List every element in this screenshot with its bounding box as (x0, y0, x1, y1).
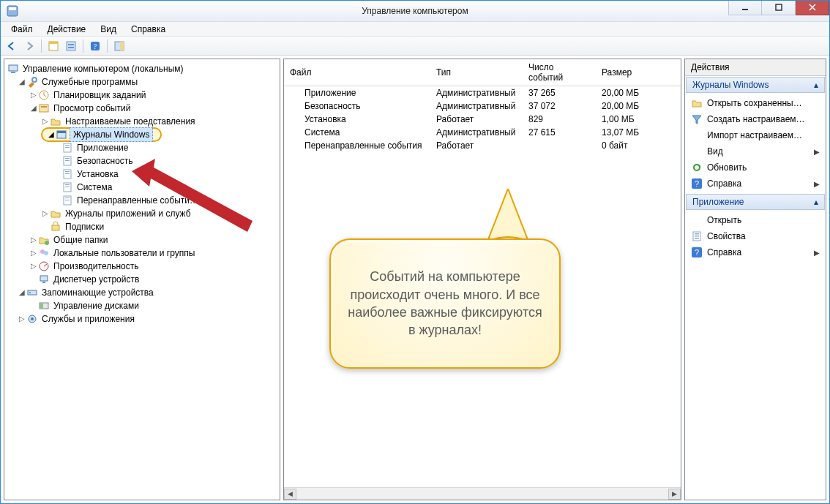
actions-item[interactable]: Обновить (685, 159, 826, 176)
detail-pane: Файл Тип Число событий Размер Приложение… (283, 59, 681, 500)
actions-item[interactable]: Открыть (685, 212, 826, 228)
expand-icon[interactable]: ▷ (29, 247, 38, 260)
col-file[interactable]: Файл (284, 59, 430, 86)
tree-task-scheduler[interactable]: ▷ Планировщик заданий (6, 89, 278, 102)
expand-icon[interactable]: ▷ (29, 260, 38, 273)
table-row[interactable]: БезопасностьАдминистративный37 07220,00 … (284, 99, 681, 113)
expand-icon[interactable]: ▷ (18, 312, 26, 326)
tree-label: Диспетчер устройств (52, 273, 141, 286)
tree-local-users[interactable]: ▷ Локальные пользователи и группы (6, 247, 278, 260)
folder-icon (691, 97, 703, 109)
actions-item[interactable]: Импорт настраиваем… (685, 127, 826, 143)
properties-button[interactable] (63, 38, 79, 54)
tree-log-setup[interactable]: Установка (6, 168, 278, 181)
actions-section-application[interactable]: Приложение ▴ (686, 194, 825, 210)
tree-label: Система (75, 181, 113, 194)
tree-root[interactable]: Управление компьютером (локальным) (6, 62, 278, 75)
folder-icon (50, 208, 61, 219)
tree-label: Служебные программы (40, 75, 139, 89)
svg-rect-2 (742, 9, 748, 10)
tree-storage[interactable]: ◢ Запоминающие устройства (6, 286, 278, 299)
tree-disk-management[interactable]: Управление дисками (6, 299, 278, 312)
tree-log-application[interactable]: Приложение (6, 141, 278, 154)
collapse-icon[interactable]: ◢ (47, 128, 56, 141)
tree-shared-folders[interactable]: ▷ Общие папки (6, 233, 278, 247)
expand-icon[interactable]: ▷ (41, 207, 50, 220)
svg-rect-17 (40, 105, 48, 112)
actions-item-label: Справка (707, 178, 741, 189)
tree-log-system[interactable]: Система (6, 181, 278, 194)
menu-action[interactable]: Действие (42, 23, 92, 36)
help-button[interactable]: ? (87, 38, 103, 54)
expand-icon[interactable]: ▷ (41, 115, 50, 128)
tree-log-security[interactable]: Безопасность (6, 154, 278, 168)
collapse-icon: ▴ (814, 80, 818, 90)
blank-icon (691, 129, 703, 141)
tree-app-services-logs[interactable]: ▷ Журналы приложений и служб (6, 207, 278, 220)
log-icon (61, 155, 73, 167)
table-cell: 1,00 МБ (596, 113, 681, 126)
minimize-button[interactable] (728, 1, 762, 15)
menu-file[interactable]: Файл (5, 23, 39, 36)
scroll-left-button[interactable]: ◀ (284, 489, 296, 500)
expand-icon[interactable]: ▷ (29, 233, 38, 247)
tree-label: Планировщик заданий (52, 89, 147, 102)
refresh-icon (691, 162, 703, 173)
nav-back-button[interactable] (4, 38, 20, 54)
table-row[interactable]: Перенаправленные событияРаботает0 байт (284, 139, 681, 152)
actions-item[interactable]: ?Справка▶ (685, 244, 826, 260)
table-cell: 37 072 (523, 99, 596, 113)
tree-event-viewer[interactable]: ◢ Просмотр событий (6, 102, 278, 115)
table-row[interactable]: ПриложениеАдминистративный37 26520,00 МБ (284, 86, 681, 100)
table-cell: 20,00 МБ (596, 99, 681, 113)
log-table[interactable]: Файл Тип Число событий Размер Приложение… (284, 59, 681, 152)
help-icon: ? (691, 178, 703, 189)
tree-label: Управление компьютером (локальным) (21, 62, 185, 75)
collapse-icon[interactable]: ◢ (18, 286, 26, 299)
nav-forward-button[interactable] (21, 38, 37, 54)
tree-label: Запоминающие устройства (40, 286, 155, 299)
actions-item[interactable]: Вид▶ (685, 143, 826, 159)
app-icon (7, 5, 18, 17)
horizontal-scrollbar[interactable]: ◀ ▶ (284, 487, 681, 500)
actions-section-windows-logs[interactable]: Журналы Windows ▴ (686, 77, 825, 93)
menu-view[interactable]: Вид (94, 23, 122, 36)
tree-services-apps[interactable]: ▷ Службы и приложения (6, 312, 278, 326)
col-type[interactable]: Тип (430, 59, 523, 86)
show-hide-tree-button[interactable] (45, 38, 61, 54)
maximize-button[interactable] (762, 1, 796, 15)
tree-performance[interactable]: ▷ Производительность (6, 260, 278, 273)
col-count[interactable]: Число событий (523, 59, 596, 86)
tree-subscriptions[interactable]: Подписки (6, 220, 278, 233)
tree-log-forwarded[interactable]: Перенаправленные событи… (6, 194, 278, 207)
table-row[interactable]: УстановкаРаботает8291,00 МБ (284, 113, 681, 126)
expand-icon[interactable]: ▷ (29, 89, 38, 102)
col-size[interactable]: Размер (596, 59, 681, 86)
tree-label: Приложение (75, 141, 130, 154)
collapse-icon[interactable]: ◢ (29, 102, 38, 115)
svg-rect-23 (65, 147, 70, 148)
tree-custom-views[interactable]: ▷ Настраиваемые поедставления (6, 115, 278, 128)
menu-help[interactable]: Справка (125, 23, 171, 36)
tree-label: Общие папки (52, 233, 109, 247)
actions-item[interactable]: ?Справка▶ (685, 176, 826, 192)
action-pane-toggle-button[interactable] (111, 38, 127, 54)
tree[interactable]: Управление компьютером (локальным) ◢ Слу… (4, 59, 280, 328)
tree-device-manager[interactable]: Диспетчер устройств (6, 273, 278, 286)
tree-windows-logs[interactable]: ◢ Журналы Windows (6, 128, 278, 141)
scroll-right-button[interactable]: ▶ (668, 489, 681, 500)
content-area: Управление компьютером (локальным) ◢ Слу… (1, 56, 829, 503)
table-row[interactable]: СистемаАдминистративный27 61513,07 МБ (284, 126, 681, 139)
svg-rect-28 (65, 171, 70, 172)
tree-label: Журналы Windows (70, 127, 153, 142)
actions-item[interactable]: Свойства (685, 228, 826, 244)
svg-rect-41 (40, 276, 48, 281)
actions-list: Открыть сохраненны…Создать настраиваем…И… (685, 94, 826, 193)
collapse-icon[interactable]: ◢ (18, 75, 26, 89)
actions-header: Действия (685, 59, 826, 76)
close-button[interactable] (796, 1, 829, 15)
actions-item[interactable]: Создать настраиваем… (685, 111, 826, 127)
actions-item[interactable]: Открыть сохраненны… (685, 95, 826, 111)
tree-label: Перенаправленные событи… (75, 194, 200, 207)
tree-system-tools[interactable]: ◢ Служебные программы (6, 75, 278, 89)
